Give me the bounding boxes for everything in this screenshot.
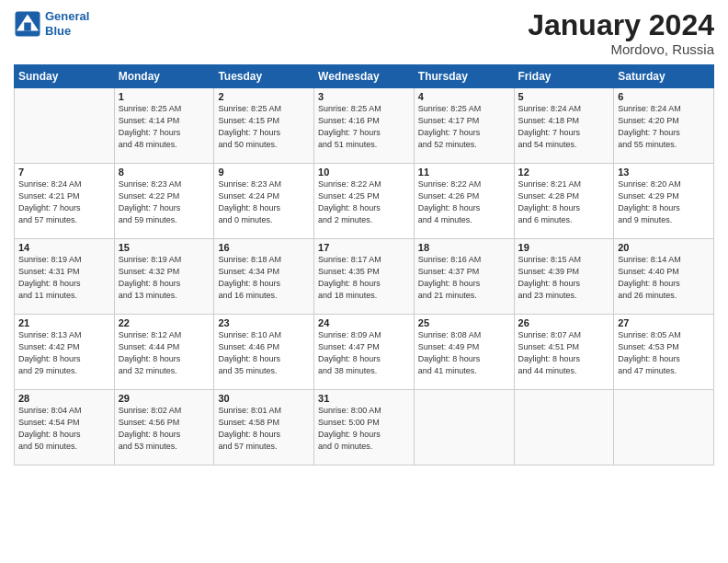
calendar-cell: 26Sunrise: 8:07 AMSunset: 4:51 PMDayligh… — [514, 315, 614, 390]
day-number: 15 — [119, 242, 210, 253]
day-number: 10 — [318, 167, 410, 178]
logo: General Blue — [14, 9, 89, 38]
day-detail: Sunrise: 8:09 AMSunset: 4:47 PMDaylight:… — [318, 329, 410, 377]
calendar-cell: 21Sunrise: 8:13 AMSunset: 4:42 PMDayligh… — [15, 315, 115, 390]
calendar-cell: 29Sunrise: 8:02 AMSunset: 4:56 PMDayligh… — [114, 390, 214, 465]
day-detail: Sunrise: 8:22 AMSunset: 4:25 PMDaylight:… — [318, 178, 410, 226]
day-detail: Sunrise: 8:23 AMSunset: 4:22 PMDaylight:… — [119, 178, 210, 226]
calendar-cell: 5Sunrise: 8:24 AMSunset: 4:18 PMDaylight… — [514, 88, 614, 164]
day-number: 2 — [218, 91, 310, 102]
day-number: 9 — [218, 167, 310, 178]
calendar-table: SundayMondayTuesdayWednesdayThursdayFrid… — [14, 64, 714, 465]
header: General Blue January 2024 Mordovo, Russi… — [14, 9, 714, 57]
calendar-cell: 12Sunrise: 8:21 AMSunset: 4:28 PMDayligh… — [514, 164, 614, 239]
calendar-cell: 7Sunrise: 8:24 AMSunset: 4:21 PMDaylight… — [15, 164, 115, 239]
weekday-header: Saturday — [614, 65, 714, 88]
day-number: 4 — [418, 91, 510, 102]
calendar-cell: 11Sunrise: 8:22 AMSunset: 4:26 PMDayligh… — [414, 164, 514, 239]
calendar-cell — [15, 88, 115, 164]
day-detail: Sunrise: 8:08 AMSunset: 4:49 PMDaylight:… — [418, 329, 510, 377]
day-detail: Sunrise: 8:05 AMSunset: 4:53 PMDaylight:… — [618, 329, 710, 377]
day-detail: Sunrise: 8:07 AMSunset: 4:51 PMDaylight:… — [518, 329, 610, 377]
day-number: 24 — [318, 317, 410, 328]
calendar-cell: 19Sunrise: 8:15 AMSunset: 4:39 PMDayligh… — [514, 239, 614, 315]
logo-icon — [14, 10, 41, 38]
day-number: 16 — [218, 242, 310, 253]
day-number: 6 — [618, 91, 710, 102]
day-detail: Sunrise: 8:24 AMSunset: 4:21 PMDaylight:… — [18, 178, 110, 226]
day-number: 23 — [218, 317, 310, 328]
day-detail: Sunrise: 8:25 AMSunset: 4:16 PMDaylight:… — [318, 103, 410, 151]
day-number: 5 — [518, 91, 610, 102]
calendar-cell — [614, 390, 714, 465]
calendar-cell: 4Sunrise: 8:25 AMSunset: 4:17 PMDaylight… — [414, 88, 514, 164]
day-detail: Sunrise: 8:14 AMSunset: 4:40 PMDaylight:… — [618, 254, 710, 302]
calendar-cell: 27Sunrise: 8:05 AMSunset: 4:53 PMDayligh… — [614, 315, 714, 390]
day-number: 11 — [418, 167, 510, 178]
day-number: 22 — [119, 317, 210, 328]
weekday-header: Tuesday — [214, 65, 314, 88]
weekday-header: Friday — [514, 65, 614, 88]
location: Mordovo, Russia — [528, 41, 714, 57]
day-number: 28 — [18, 393, 110, 404]
weekday-header: Monday — [114, 65, 214, 88]
day-detail: Sunrise: 8:00 AMSunset: 5:00 PMDaylight:… — [318, 405, 410, 453]
day-number: 19 — [518, 242, 610, 253]
day-detail: Sunrise: 8:04 AMSunset: 4:54 PMDaylight:… — [18, 405, 110, 453]
calendar-cell: 8Sunrise: 8:23 AMSunset: 4:22 PMDaylight… — [114, 164, 214, 239]
day-number: 25 — [418, 317, 510, 328]
calendar-cell: 28Sunrise: 8:04 AMSunset: 4:54 PMDayligh… — [15, 390, 115, 465]
day-number: 7 — [18, 167, 110, 178]
calendar-cell: 9Sunrise: 8:23 AMSunset: 4:24 PMDaylight… — [214, 164, 314, 239]
calendar-cell: 24Sunrise: 8:09 AMSunset: 4:47 PMDayligh… — [314, 315, 415, 390]
day-detail: Sunrise: 8:17 AMSunset: 4:35 PMDaylight:… — [318, 254, 410, 302]
calendar-cell: 22Sunrise: 8:12 AMSunset: 4:44 PMDayligh… — [114, 315, 214, 390]
day-detail: Sunrise: 8:25 AMSunset: 4:14 PMDaylight:… — [119, 103, 210, 151]
calendar-cell: 15Sunrise: 8:19 AMSunset: 4:32 PMDayligh… — [114, 239, 214, 315]
day-number: 26 — [518, 317, 610, 328]
day-number: 12 — [518, 167, 610, 178]
calendar-cell — [414, 390, 514, 465]
calendar-cell: 25Sunrise: 8:08 AMSunset: 4:49 PMDayligh… — [414, 315, 514, 390]
calendar-week-row: 21Sunrise: 8:13 AMSunset: 4:42 PMDayligh… — [15, 315, 714, 390]
day-number: 17 — [318, 242, 410, 253]
day-number: 18 — [418, 242, 510, 253]
day-number: 3 — [318, 91, 410, 102]
calendar-cell: 16Sunrise: 8:18 AMSunset: 4:34 PMDayligh… — [214, 239, 314, 315]
day-number: 27 — [618, 317, 710, 328]
page: General Blue January 2024 Mordovo, Russi… — [0, 0, 728, 563]
calendar-cell — [514, 390, 614, 465]
day-number: 8 — [119, 167, 210, 178]
day-detail: Sunrise: 8:12 AMSunset: 4:44 PMDaylight:… — [119, 329, 210, 377]
day-detail: Sunrise: 8:15 AMSunset: 4:39 PMDaylight:… — [518, 254, 610, 302]
day-number: 20 — [618, 242, 710, 253]
weekday-header-row: SundayMondayTuesdayWednesdayThursdayFrid… — [15, 65, 714, 88]
day-detail: Sunrise: 8:24 AMSunset: 4:18 PMDaylight:… — [518, 103, 610, 151]
day-detail: Sunrise: 8:02 AMSunset: 4:56 PMDaylight:… — [119, 405, 210, 453]
day-number: 1 — [119, 91, 210, 102]
day-number: 30 — [218, 393, 310, 404]
calendar-cell: 6Sunrise: 8:24 AMSunset: 4:20 PMDaylight… — [614, 88, 714, 164]
day-detail: Sunrise: 8:22 AMSunset: 4:26 PMDaylight:… — [418, 178, 510, 226]
calendar-cell: 10Sunrise: 8:22 AMSunset: 4:25 PMDayligh… — [314, 164, 415, 239]
calendar-cell: 3Sunrise: 8:25 AMSunset: 4:16 PMDaylight… — [314, 88, 415, 164]
day-number: 29 — [119, 393, 210, 404]
weekday-header: Wednesday — [314, 65, 415, 88]
svg-rect-2 — [24, 22, 31, 30]
calendar-week-row: 7Sunrise: 8:24 AMSunset: 4:21 PMDaylight… — [15, 164, 714, 239]
calendar-cell: 18Sunrise: 8:16 AMSunset: 4:37 PMDayligh… — [414, 239, 514, 315]
weekday-header: Sunday — [15, 65, 115, 88]
day-detail: Sunrise: 8:10 AMSunset: 4:46 PMDaylight:… — [218, 329, 310, 377]
day-detail: Sunrise: 8:18 AMSunset: 4:34 PMDaylight:… — [218, 254, 310, 302]
day-detail: Sunrise: 8:19 AMSunset: 4:32 PMDaylight:… — [119, 254, 210, 302]
day-detail: Sunrise: 8:25 AMSunset: 4:15 PMDaylight:… — [218, 103, 310, 151]
calendar-cell: 30Sunrise: 8:01 AMSunset: 4:58 PMDayligh… — [214, 390, 314, 465]
calendar-cell: 23Sunrise: 8:10 AMSunset: 4:46 PMDayligh… — [214, 315, 314, 390]
day-detail: Sunrise: 8:20 AMSunset: 4:29 PMDaylight:… — [618, 178, 710, 226]
weekday-header: Thursday — [414, 65, 514, 88]
logo-text: General Blue — [45, 9, 89, 38]
calendar-week-row: 1Sunrise: 8:25 AMSunset: 4:14 PMDaylight… — [15, 88, 714, 164]
day-number: 13 — [618, 167, 710, 178]
day-number: 14 — [18, 242, 110, 253]
day-detail: Sunrise: 8:16 AMSunset: 4:37 PMDaylight:… — [418, 254, 510, 302]
